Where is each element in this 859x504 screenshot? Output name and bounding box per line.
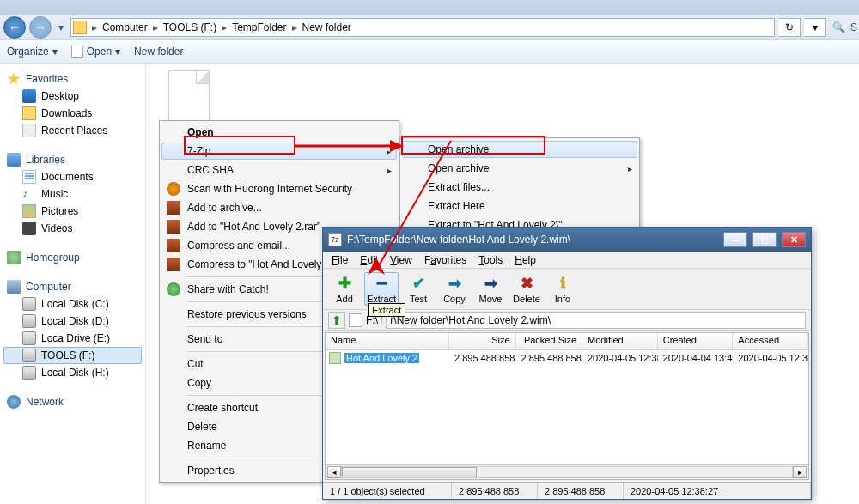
chevron-right-icon: ▸: [88, 21, 101, 33]
sidebar-item-desktop[interactable]: Desktop: [3, 88, 142, 105]
search-icon[interactable]: 🔍: [830, 18, 847, 37]
ctx-compemail-label: Compress and email...: [187, 240, 290, 252]
sidebar-item-documents[interactable]: Documents: [3, 168, 142, 185]
up-button[interactable]: ⬆: [328, 312, 345, 329]
sidebar-item-videos[interactable]: Videos: [3, 220, 142, 237]
tool-delete[interactable]: ✖Delete: [510, 274, 543, 304]
drive-icon: [22, 331, 36, 345]
newfolder-button[interactable]: New folder: [134, 46, 183, 58]
column-headers[interactable]: Name Size Packed Size Modified Created A…: [326, 333, 808, 350]
scroll-right-button[interactable]: ▸: [793, 466, 807, 478]
ctx-crc[interactable]: CRC SHA▸: [161, 161, 397, 179]
menu-tools[interactable]: Tools: [473, 254, 508, 266]
row-modified: 2020-04-05 12:38: [582, 353, 658, 363]
videos-label: Videos: [41, 222, 72, 234]
drive-icon: [22, 297, 36, 311]
sidebar-item-h[interactable]: Local Disk (H:): [3, 364, 142, 381]
7zip-toolbar: ✚Add ━Extract ✔Test ➡Copy ➡Move ✖Delete …: [323, 269, 811, 310]
drive-icon: [22, 314, 36, 328]
col-created[interactable]: Created: [658, 333, 734, 349]
window-titlebar: [0, 0, 859, 15]
tool-extract[interactable]: ━Extract: [364, 272, 399, 306]
7zip-titlebar[interactable]: 7z F:\TempFolder\New folder\Hot And Love…: [323, 228, 811, 252]
bc-tools[interactable]: TOOLS (F:): [161, 21, 218, 33]
history-dropdown[interactable]: ▾: [55, 19, 67, 36]
minimize-button[interactable]: —: [723, 232, 747, 247]
folder-icon: [329, 352, 341, 364]
7zip-filelist: Name Size Packed Size Modified Created A…: [325, 332, 809, 480]
check-icon: ✔: [409, 274, 428, 293]
maximize-button[interactable]: ◻: [752, 232, 777, 247]
list-empty[interactable]: [326, 366, 808, 464]
ctx-open[interactable]: Open: [161, 123, 397, 142]
ctx-extractfiles[interactable]: Extract files...: [402, 178, 637, 197]
status-size2: 2 895 488 858: [538, 483, 624, 499]
ctx-addarc-label: Add to archive...: [187, 202, 262, 214]
homegroup-icon: [7, 251, 21, 264]
close-button[interactable]: ✕: [782, 232, 806, 247]
scroll-left-button[interactable]: ◂: [327, 466, 341, 478]
list-item[interactable]: Hot And Lovely 2 2 895 488 858 2 895 488…: [326, 350, 808, 366]
sidebar-network[interactable]: Network: [3, 393, 142, 410]
ctx-extracthere[interactable]: Extract Here: [402, 197, 637, 216]
refresh-button[interactable]: ↻: [778, 18, 801, 37]
ctx-scan[interactable]: Scan with Huorong Internet Security: [161, 179, 397, 198]
tool-info[interactable]: ℹInfo: [546, 274, 579, 304]
tool-move[interactable]: ➡Move: [474, 274, 507, 304]
sidebar-item-recent[interactable]: Recent Places: [3, 122, 142, 139]
tool-test[interactable]: ✔Test: [402, 274, 435, 304]
sidebar-item-e[interactable]: Loca Drive (E:): [3, 330, 142, 347]
drive-icon: [22, 366, 36, 380]
bc-tempfolder[interactable]: TempFolder: [230, 21, 288, 33]
menu-help[interactable]: Help: [509, 254, 541, 266]
address-dropdown[interactable]: ▾: [804, 18, 826, 37]
tool-add[interactable]: ✚Add: [328, 274, 361, 304]
ctx-7zip[interactable]: 7-Zip▸: [161, 143, 397, 160]
sidebar-homegroup[interactable]: Homegroup: [3, 249, 142, 266]
sidebar-libraries[interactable]: Libraries: [3, 151, 142, 168]
tooltip-extract: Extract: [368, 303, 405, 317]
scroll-thumb[interactable]: [342, 467, 477, 477]
menu-chevron: S: [850, 21, 856, 33]
sidebar-item-f[interactable]: TOOLS (F:): [3, 347, 142, 364]
ctx-scan-label: Scan with Huorong Internet Security: [187, 183, 352, 195]
col-psize[interactable]: Packed Size: [516, 333, 582, 349]
col-name[interactable]: Name: [326, 333, 449, 349]
sidebar-computer[interactable]: Computer: [3, 278, 142, 295]
7zip-window: 7z F:\TempFolder\New folder\Hot And Love…: [322, 227, 812, 500]
sidebar-item-d[interactable]: Local Disk (D:): [3, 313, 142, 330]
organize-button[interactable]: Organize ▾: [7, 46, 58, 58]
menu-view[interactable]: View: [385, 254, 417, 266]
scroll-track[interactable]: [341, 466, 793, 478]
bc-newfolder[interactable]: New folder: [301, 21, 353, 33]
sidebar-item-pictures[interactable]: Pictures: [3, 203, 142, 220]
libraries-icon: [7, 153, 21, 167]
tool-copy[interactable]: ➡Copy: [438, 274, 471, 304]
ctx-openarchive[interactable]: Open archive: [402, 141, 637, 158]
col-size[interactable]: Size: [449, 333, 515, 349]
documents-label: Documents: [41, 171, 94, 183]
file-icon: [71, 46, 83, 58]
col-accessed[interactable]: Accessed: [733, 333, 808, 349]
drive-d-label: Local Disk (D:): [41, 315, 109, 327]
explorer-toolbar: Organize ▾ Open ▾ New folder: [0, 39, 859, 64]
forward-button[interactable]: →: [29, 16, 52, 39]
path-input[interactable]: [386, 312, 806, 329]
sidebar-item-c[interactable]: Local Disk (C:): [3, 295, 142, 313]
ctx-addarchive[interactable]: Add to archive...: [161, 198, 397, 217]
arrow-right-icon: ➡: [445, 274, 464, 293]
open-button[interactable]: Open ▾: [71, 46, 120, 58]
menu-file[interactable]: File: [326, 254, 353, 266]
col-modified[interactable]: Modified: [582, 333, 658, 349]
homegroup-label: Homegroup: [26, 252, 80, 264]
back-button[interactable]: ←: [3, 16, 26, 39]
horizontal-scrollbar[interactable]: ◂ ▸: [326, 464, 808, 479]
breadcrumb[interactable]: ▸ Computer ▸ TOOLS (F:) ▸ TempFolder ▸ N…: [70, 18, 775, 37]
drive-c-label: Local Disk (C:): [41, 298, 109, 310]
menu-favorites[interactable]: Favorites: [419, 254, 472, 266]
sidebar-item-downloads[interactable]: Downloads: [3, 105, 142, 122]
sidebar-item-music[interactable]: ♪Music: [3, 185, 142, 203]
sidebar-favorites[interactable]: Favorites: [3, 70, 142, 88]
bc-computer[interactable]: Computer: [101, 21, 149, 33]
recent-icon: [22, 124, 36, 137]
